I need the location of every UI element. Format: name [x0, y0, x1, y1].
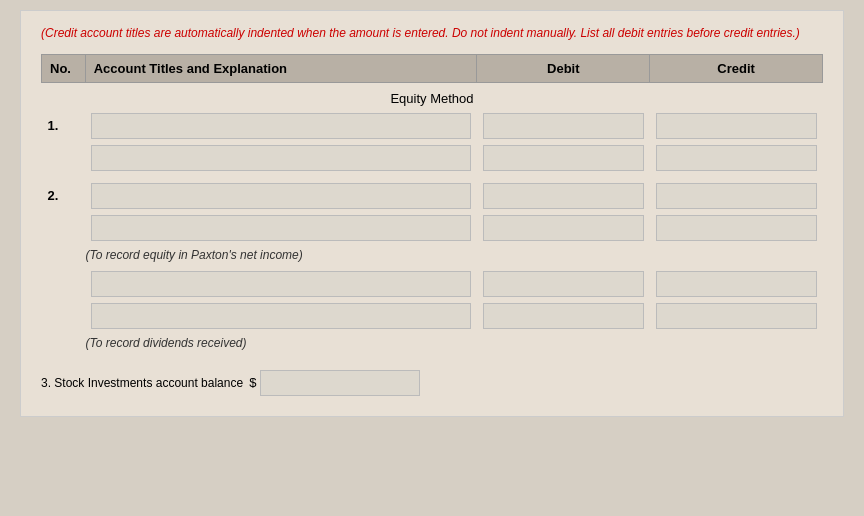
section-header-row: Equity Method [42, 82, 823, 110]
entry-2-debit-1[interactable] [477, 180, 650, 212]
entry-1-no: 1. [42, 110, 86, 142]
entry-3-account-input-2[interactable] [91, 303, 471, 329]
entry-3-credit-1[interactable] [650, 268, 823, 300]
entry-2-no-empty [42, 212, 86, 244]
bottom-section: 3. Stock Investments account balance $ [41, 364, 823, 402]
table-row: 1. [42, 110, 823, 142]
entry-2-debit-input-1[interactable] [483, 183, 644, 209]
dollar-sign: $ [249, 375, 256, 390]
entry-3-debit-input-2[interactable] [483, 303, 644, 329]
entry-2-credit-2[interactable] [650, 212, 823, 244]
entry-1-account-2[interactable] [85, 142, 477, 174]
entry-3-debit-1[interactable] [477, 268, 650, 300]
entry-3-account-2[interactable] [85, 300, 477, 332]
entry-3-no-empty2 [42, 300, 86, 332]
table-row [42, 268, 823, 300]
table-row: 2. [42, 180, 823, 212]
table-row [42, 212, 823, 244]
entry-2-account-2[interactable] [85, 212, 477, 244]
entry-1-no-empty [42, 142, 86, 174]
entry-2-credit-input-1[interactable] [656, 183, 817, 209]
entry-3-credit-2[interactable] [650, 300, 823, 332]
entry-2-debit-2[interactable] [477, 212, 650, 244]
entry-2-account-input-1[interactable] [91, 183, 471, 209]
entry-1-debit-1[interactable] [477, 110, 650, 142]
entry-1-credit-input-1[interactable] [656, 113, 817, 139]
entry-1-debit-input-2[interactable] [483, 145, 644, 171]
entry-3-credit-input-1[interactable] [656, 271, 817, 297]
entry-2-credit-input-2[interactable] [656, 215, 817, 241]
entry-1-credit-1[interactable] [650, 110, 823, 142]
note-row-1: (To record equity in Paxton's net income… [42, 244, 823, 268]
table-row [42, 142, 823, 174]
entry-1-account-1[interactable] [85, 110, 477, 142]
entry-2-credit-1[interactable] [650, 180, 823, 212]
entry-1-debit-2[interactable] [477, 142, 650, 174]
entry-1-debit-input-1[interactable] [483, 113, 644, 139]
entry-2-account-1[interactable] [85, 180, 477, 212]
col-header-no: No. [42, 54, 86, 82]
entry-3-credit-input-2[interactable] [656, 303, 817, 329]
entry-3-debit-2[interactable] [477, 300, 650, 332]
col-header-account: Account Titles and Explanation [85, 54, 477, 82]
journal-table: No. Account Titles and Explanation Debit… [41, 54, 823, 356]
note-row-2: (To record dividends received) [42, 332, 823, 356]
entry-1-account-input-1[interactable] [91, 113, 471, 139]
stock-label: 3. Stock Investments account balance [41, 376, 243, 390]
entry-1-account-input-2[interactable] [91, 145, 471, 171]
entry-2-no: 2. [42, 180, 86, 212]
section-title: Equity Method [42, 82, 823, 110]
instructions-text: (Credit account titles are automatically… [41, 25, 823, 42]
stock-balance-input[interactable] [260, 370, 420, 396]
entry-2-account-input-2[interactable] [91, 215, 471, 241]
note-1-text: (To record equity in Paxton's net income… [42, 244, 823, 268]
entry-1-credit-input-2[interactable] [656, 145, 817, 171]
entry-2-debit-input-2[interactable] [483, 215, 644, 241]
table-row [42, 300, 823, 332]
entry-1-credit-2[interactable] [650, 142, 823, 174]
main-container: (Credit account titles are automatically… [20, 10, 844, 417]
entry-3-debit-input-1[interactable] [483, 271, 644, 297]
col-header-credit: Credit [650, 54, 823, 82]
entry-3-account-input-1[interactable] [91, 271, 471, 297]
entry-3-account-1[interactable] [85, 268, 477, 300]
note-2-text: (To record dividends received) [42, 332, 823, 356]
col-header-debit: Debit [477, 54, 650, 82]
entry-3-no-empty [42, 268, 86, 300]
